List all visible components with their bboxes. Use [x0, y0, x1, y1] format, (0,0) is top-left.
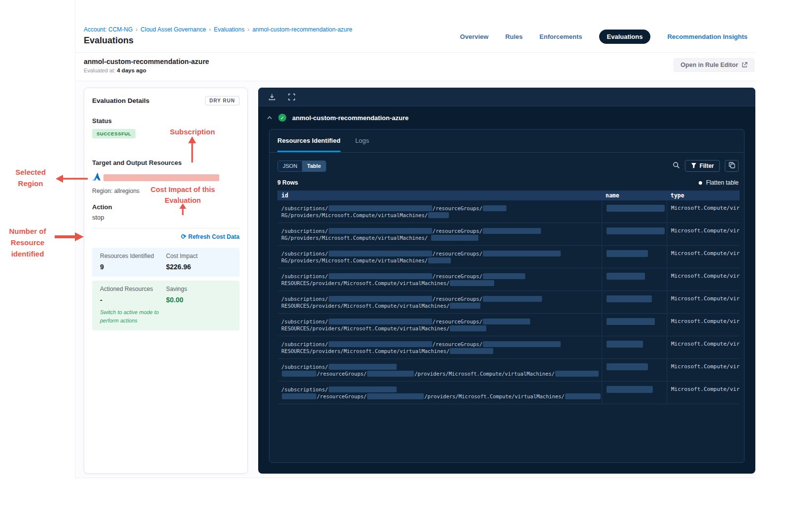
nav-enforcements[interactable]: Enforcements [540, 33, 582, 40]
savings-label: Savings [166, 286, 232, 292]
id-text: /subscriptions/ [281, 341, 328, 347]
success-check-icon: ✓ [278, 114, 286, 122]
resources-table: id name type /subscriptions//resourceGro… [277, 191, 740, 404]
id-text: /subscriptions/ [281, 319, 328, 324]
refresh-icon: ⟳ [181, 233, 186, 240]
nav-overview[interactable]: Overview [460, 33, 489, 40]
cell-type: Microsoft.Compute/virtu [667, 382, 740, 404]
cell-type: Microsoft.Compute/virtu [667, 200, 740, 223]
card-divider [92, 228, 239, 228]
cell-type: Microsoft.Compute/virtu [667, 336, 740, 358]
breadcrumb-account-link[interactable]: Account: CCM-NG [84, 26, 133, 33]
cell-type: Microsoft.Compute/virtu [667, 246, 740, 268]
cell-type: Microsoft.Compute/virtu [667, 359, 740, 381]
top-nav: Overview Rules Enforcements Evaluations … [460, 30, 747, 43]
results-panel: Resources Identified Logs JSON Table [269, 129, 744, 463]
nav-recommendation-insights[interactable]: Recommendation Insights [667, 33, 747, 40]
table-row[interactable]: /subscriptions//resourceGroups//provider… [277, 359, 740, 382]
action-value: stop [92, 214, 239, 221]
table-row[interactable]: /subscriptions//resourceGroups/RG/provid… [277, 223, 740, 246]
actioned-resources-value: - [100, 296, 166, 304]
id-text: RG/providers/Microsoft.Compute/virtualMa… [281, 257, 428, 263]
redacted-block [282, 371, 316, 377]
id-text: /subscriptions/ [281, 364, 328, 370]
filter-button[interactable]: Filter [685, 160, 720, 172]
cell-type: Microsoft.Compute/virtu [667, 314, 740, 336]
id-text: /subscriptions/ [281, 273, 328, 279]
evaluated-at-value: 4 days ago [117, 67, 146, 73]
resources-table-body: /subscriptions//resourceGroups/RG/provid… [277, 200, 740, 404]
download-icon[interactable] [269, 94, 275, 100]
open-rule-editor-label: Open in Rule Editor [680, 62, 738, 68]
cost-impact-value: $226.96 [166, 263, 232, 271]
resources-identified-label: Resources Identified [100, 253, 166, 259]
redacted-block [483, 228, 541, 234]
cell-id: /subscriptions//resourceGroups/RG/provid… [277, 246, 602, 268]
table-row[interactable]: /subscriptions//resourceGroups/RESOURCES… [277, 291, 740, 314]
table-row[interactable]: /subscriptions//resourceGroups//provider… [277, 382, 740, 404]
results-tabs: Resources Identified Logs [270, 129, 744, 153]
copy-button[interactable] [725, 160, 739, 172]
breadcrumb-evaluations-link[interactable]: Evaluations [214, 26, 244, 33]
evaluation-output-panel: ✓ anmol-custom-recommendation-azure Reso… [258, 88, 755, 474]
table-row[interactable]: /subscriptions//resourceGroups/RESOURCES… [277, 268, 740, 291]
id-text: /resourceGroups/ [433, 319, 482, 324]
id-text: RG/providers/Microsoft.Compute/virtualMa… [281, 212, 428, 218]
view-toggle-json[interactable]: JSON [278, 161, 302, 171]
open-rule-editor-button[interactable]: Open in Rule Editor [674, 58, 754, 72]
id-text: /providers/Microsoft.Compute/virtualMach… [414, 370, 554, 376]
cell-id: /subscriptions//resourceGroups//provider… [277, 382, 602, 404]
redacted-block [483, 319, 530, 324]
annotation-selected-region: Selected Region [4, 166, 57, 189]
view-toggle-table[interactable]: Table [302, 161, 326, 171]
table-row[interactable]: /subscriptions//resourceGroups/RG/provid… [277, 200, 740, 223]
redacted-block [329, 228, 432, 234]
redacted-block [329, 341, 432, 347]
tab-resources-identified[interactable]: Resources Identified [277, 137, 340, 152]
breadcrumb-governance-link[interactable]: Cloud Asset Governance [140, 26, 206, 33]
redacted-block [483, 205, 507, 211]
redacted-block [607, 363, 648, 370]
resources-identified-value: 9 [100, 263, 166, 271]
table-row[interactable]: /subscriptions//resourceGroups/RESOURCES… [277, 314, 740, 336]
redacted-block [607, 273, 645, 280]
footer-divider [75, 478, 755, 478]
cell-name [602, 268, 667, 290]
breadcrumb-separator: › [209, 26, 211, 33]
chevron-up-icon[interactable] [267, 116, 272, 120]
cell-name [602, 359, 667, 381]
breadcrumb-current: anmol-custom-recommendation-azure [252, 26, 352, 33]
left-edge-divider [75, 0, 75, 478]
savings-value: $0.00 [166, 296, 232, 304]
cell-name [602, 223, 667, 245]
redacted-block [565, 393, 601, 399]
nav-rules[interactable]: Rules [505, 33, 522, 40]
id-text: /resourceGroups/ [433, 296, 482, 302]
target-resources-label: Target and Output Resources [92, 159, 239, 166]
flatten-table-toggle[interactable]: Flatten table [699, 179, 739, 186]
table-row[interactable]: /subscriptions//resourceGroups/RG/provid… [277, 246, 740, 268]
resources-cost-box: Resources Identified Cost Impact 9 $226.… [92, 248, 239, 277]
nav-evaluations[interactable]: Evaluations [599, 30, 651, 44]
redacted-block [282, 393, 316, 399]
copy-icon [729, 161, 735, 170]
filter-icon [691, 162, 697, 170]
redacted-block [607, 250, 648, 257]
refresh-cost-data-link[interactable]: ⟳ Refresh Cost Data [181, 233, 239, 240]
id-text: /resourceGroups/ [433, 205, 482, 211]
id-text: /providers/Microsoft.Compute/virtualMach… [424, 393, 564, 399]
breadcrumb-separator: › [247, 26, 249, 33]
id-text: /subscriptions/ [281, 296, 328, 302]
id-text: RESOURCES/providers/Microsoft.Compute/vi… [281, 325, 449, 331]
cell-id: /subscriptions//resourceGroups/RESOURCES… [277, 268, 602, 290]
refresh-cost-data-label: Refresh Cost Data [188, 233, 239, 240]
page: Account: CCM-NG › Cloud Asset Governance… [0, 0, 812, 514]
redacted-block [607, 227, 665, 234]
table-row[interactable]: /subscriptions//resourceGroups/RESOURCES… [277, 336, 740, 359]
id-text: RG/providers/Microsoft.Compute/virtualMa… [281, 234, 431, 240]
search-button[interactable] [673, 160, 680, 172]
tab-logs[interactable]: Logs [355, 137, 369, 152]
fullscreen-icon[interactable] [288, 94, 295, 100]
redacted-block [329, 319, 432, 324]
column-header-type: type [667, 191, 740, 200]
